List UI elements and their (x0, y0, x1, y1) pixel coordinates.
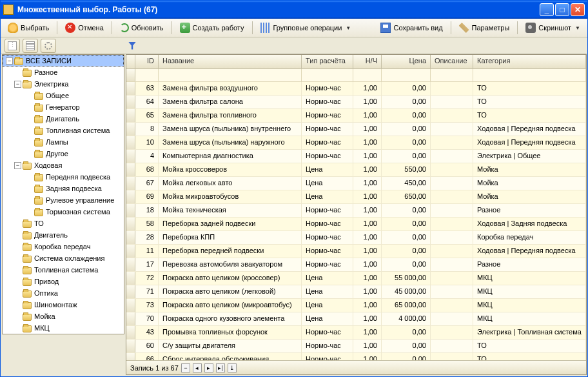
tree-item[interactable]: Генератор (3, 101, 124, 113)
header-desc[interactable]: Описание (431, 55, 473, 68)
table-row[interactable]: 66Сброс интервала обслуживанияНормо-час1… (126, 353, 586, 360)
folder-icon (23, 81, 32, 88)
table-row[interactable]: 11Переборка передней подвескиНормо-час1,… (126, 245, 586, 258)
cell-desc (431, 136, 473, 149)
table-row[interactable]: 64Замена фильтра салонаНормо-час1,000,00… (126, 96, 586, 109)
tree-item[interactable]: Двигатель (3, 229, 124, 241)
cancel-label: Отмена (78, 24, 103, 32)
header-name[interactable]: Название (159, 55, 302, 68)
header-id[interactable]: ID (135, 55, 159, 68)
nav-last-button[interactable]: ▸| (216, 363, 225, 372)
list-view-button[interactable] (23, 39, 38, 53)
table-row[interactable]: 65Замена фильтра топливногоНормо-час1,00… (126, 109, 586, 123)
tree-item[interactable]: Передняя подвеска (3, 171, 124, 183)
tree-item[interactable]: Оптика (3, 287, 124, 299)
table-row[interactable]: 72Покраска авто целиком (кроссовер)Цена1… (126, 272, 586, 285)
select-button[interactable]: Выбрать (3, 21, 54, 36)
cell-nc: 1,00 (353, 218, 382, 230)
tree-item[interactable]: ТО (3, 218, 124, 229)
tree-item[interactable]: −Электрика (3, 78, 124, 90)
header-nc[interactable]: Н/Ч (353, 55, 382, 68)
save-view-button[interactable]: Сохранить вид (376, 21, 447, 36)
grid-body[interactable]: 63Замена фильтра воздушногоНормо-час1,00… (126, 82, 586, 360)
tree-item[interactable]: Рулевое управление (3, 194, 124, 206)
collapse-icon[interactable]: − (14, 162, 21, 169)
cell-nc: 1,00 (353, 150, 382, 163)
tree-root[interactable]: − ВСЕ ЗАПИСИ (3, 55, 124, 66)
table-row[interactable]: 71Покраска авто целиком (легковой)Цена1,… (126, 285, 586, 299)
table-row[interactable]: 60С/у защиты двигателяНормо-час1,000,00Т… (126, 340, 586, 353)
settings-view-button[interactable] (41, 39, 56, 53)
cell-cat: Мойка (473, 163, 586, 176)
table-row[interactable]: 67Мойка легковых автоЦена1,00450,00Мойка (126, 177, 586, 190)
table-row[interactable]: 8Замена шруса (пыльника) внутреннегоНорм… (126, 123, 586, 136)
tree-item[interactable]: Коробка передач (3, 241, 124, 252)
cell-price: 0,00 (382, 353, 431, 360)
collapse-icon[interactable]: − (6, 57, 13, 65)
tree-item[interactable]: Тормозная система (3, 206, 124, 218)
tree-item[interactable]: МКЦ (3, 322, 124, 334)
cell-desc (431, 326, 473, 339)
cell-desc (431, 177, 473, 190)
collapse-icon[interactable]: − (14, 81, 21, 88)
cell-name: Замена шруса (пыльника) наружного (159, 136, 302, 149)
group-ops-button[interactable]: Групповые операции▼ (256, 21, 356, 36)
refresh-button[interactable]: Обновить (115, 21, 168, 36)
close-button[interactable]: ✕ (571, 3, 585, 16)
tree-item[interactable]: Шиномонтаж (3, 299, 124, 311)
tree-item[interactable]: Двигатель (3, 113, 124, 125)
cell-cat: ТО (473, 109, 586, 122)
header-type[interactable]: Тип расчёта (302, 55, 353, 68)
cell-nc: 1,00 (353, 82, 382, 95)
grid-filter-row[interactable] (126, 69, 586, 82)
maximize-button[interactable]: □ (555, 3, 569, 16)
tree-item[interactable]: Топливная система (3, 125, 124, 136)
minimize-button[interactable]: _ (540, 3, 554, 16)
cell-id: 28 (135, 231, 159, 244)
tree-item[interactable]: Разное (3, 66, 124, 78)
folder-icon (23, 302, 32, 309)
screenshot-button[interactable]: Скриншот▼ (521, 21, 585, 36)
table-row[interactable]: 18Мойка техническаяНормо-час1,000,00Разн… (126, 204, 586, 218)
params-button[interactable]: Параметры (455, 21, 514, 36)
nav-first-button[interactable]: − (181, 363, 190, 372)
header-price[interactable]: Цена (382, 55, 431, 68)
tree-item[interactable]: Мойка (3, 311, 124, 322)
header-cat[interactable]: Категория (473, 55, 586, 68)
table-row[interactable]: 10Замена шруса (пыльника) наружногоНормо… (126, 136, 586, 150)
tree-item[interactable]: Другое (3, 148, 124, 159)
nav-end-button[interactable]: ⤓ (228, 363, 237, 372)
tree-item-label: Система охлаждения (34, 254, 104, 262)
tree-item[interactable]: Привод (3, 276, 124, 287)
table-row[interactable]: 58Переборка задней подвескиНормо-час1,00… (126, 218, 586, 231)
table-row[interactable]: 17Перевозка автомобиля эвакуаторомНормо-… (126, 258, 586, 272)
table-row[interactable]: 68Мойка кроссоверовЦена1,00550,00Мойка (126, 163, 586, 177)
table-row[interactable]: 70Покраска одного кузовного элементаЦена… (126, 312, 586, 326)
cancel-button[interactable]: Отмена (61, 21, 108, 36)
table-row[interactable]: 43Промывка топливных форсунокНормо-час1,… (126, 326, 586, 340)
tree-item[interactable]: Система охлаждения (3, 252, 124, 264)
nav-next-button[interactable]: ▸ (204, 363, 213, 372)
tree-item[interactable]: Топливная система (3, 264, 124, 276)
table-row[interactable]: 4Компьютерная диагностикаНормо-час1,000,… (126, 150, 586, 163)
folder-icon (23, 290, 32, 298)
table-row[interactable]: 63Замена фильтра воздушногоНормо-час1,00… (126, 82, 586, 96)
view-toolbar (1, 37, 126, 54)
category-tree[interactable]: − ВСЕ ЗАПИСИ Разное−ЭлектрикаОбщееГенера… (2, 54, 124, 334)
tree-view-button[interactable] (5, 39, 20, 53)
tree-item-label: Генератор (46, 103, 80, 111)
table-row[interactable]: 69Мойка микроавтобусовЦена1,00650,00Мойк… (126, 190, 586, 204)
tree-item[interactable]: Общее (3, 90, 124, 101)
cell-type: Нормо-час (302, 340, 353, 352)
tree-item[interactable]: Задняя подвеска (3, 183, 124, 194)
create-button[interactable]: Создать работу (175, 21, 249, 36)
cell-type: Цена (302, 163, 353, 176)
tree-item[interactable]: Лампы (3, 136, 124, 148)
filter-icon[interactable] (128, 42, 136, 50)
table-row[interactable]: 73Покраска авто целиком (микроавтобус)Це… (126, 299, 586, 312)
table-row[interactable]: 28Переборка КППНормо-час1,000,00Коробка … (126, 231, 586, 245)
cell-name: Покраска одного кузовного элемента (159, 312, 302, 325)
nav-prev-button[interactable]: ◂ (193, 363, 202, 372)
tree-item[interactable]: −Ходовая (3, 159, 124, 171)
list-icon (26, 41, 35, 50)
